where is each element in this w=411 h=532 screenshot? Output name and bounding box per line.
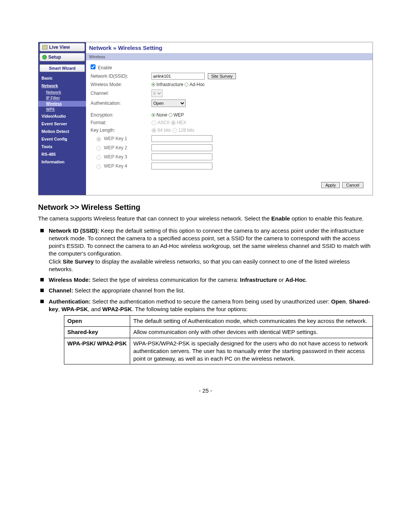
auth-select[interactable]: Open [151, 99, 186, 107]
wep1-input[interactable] [151, 135, 212, 142]
wep1-radio[interactable] [96, 137, 101, 142]
config-screenshot: Live View Setup Smart Wizard Basic Netwo… [38, 42, 373, 195]
doc-list: Network ID (SSID): Keep the default sett… [38, 227, 373, 365]
nav-motiondetect[interactable]: Motion Detect [38, 128, 86, 135]
apply-button[interactable]: Apply [321, 182, 340, 188]
format-label: Format: [91, 120, 151, 125]
enable-checkbox[interactable] [91, 64, 96, 69]
nav-network[interactable]: Network [38, 82, 86, 89]
keylen-64-radio[interactable] [151, 128, 156, 133]
live-view-button[interactable]: Live View [40, 43, 85, 51]
wep3-radio[interactable] [96, 155, 101, 160]
channel-select[interactable]: 6 [151, 89, 162, 97]
wep2-radio[interactable] [96, 146, 101, 151]
mode-infra-radio[interactable] [151, 83, 155, 86]
mode-adhoc-radio[interactable] [185, 83, 188, 86]
smart-wizard-button[interactable]: Smart Wizard [40, 64, 85, 72]
nav-eventserver[interactable]: Event Server [38, 120, 86, 128]
doc-heading: Network >> Wireless Setting [38, 203, 373, 212]
wep4-input[interactable] [151, 163, 212, 169]
nav-sub-network[interactable]: Network [38, 89, 86, 95]
wireless-form: Enable Network ID(SSID): Site Survey Wir… [86, 60, 373, 195]
nav-list: Basic Network Network IP Filter Wireless… [38, 72, 86, 170]
nav-rs485[interactable]: RS-485 [38, 150, 86, 158]
site-survey-button[interactable]: Site Survey [208, 73, 236, 79]
page-number: - 25 - [38, 387, 373, 394]
li-ssid: Network ID (SSID): Keep the default sett… [38, 227, 373, 273]
breadcrumb: Network » Wireless Setting [86, 42, 373, 53]
mode-adhoc-text: Ad-Hoc [190, 82, 205, 87]
nav-information[interactable]: Information [38, 158, 86, 166]
enc-none-radio[interactable] [151, 113, 155, 117]
nav-basic[interactable]: Basic [38, 74, 86, 82]
keylen-128-radio[interactable] [172, 128, 177, 133]
nav-sub-wireless[interactable]: Wireless [38, 101, 86, 107]
sidebar: Live View Setup Smart Wizard Basic Netwo… [38, 42, 86, 195]
camera-icon [42, 45, 48, 50]
enc-wep-radio[interactable] [169, 113, 172, 117]
li-auth: Authentication: Select the authenticatio… [38, 298, 373, 365]
ssid-label: Network ID(SSID): [91, 73, 151, 79]
wep4-radio[interactable] [96, 164, 101, 169]
ssid-input[interactable] [151, 73, 205, 80]
keylen-label: Key Length: [91, 128, 151, 133]
nav-eventconfig[interactable]: Event Config [38, 135, 86, 143]
enc-label: Encryption: [91, 112, 151, 118]
wep3-input[interactable] [151, 153, 212, 160]
play-icon [42, 55, 47, 59]
auth-label: Authentication: [91, 101, 151, 106]
li-mode: Wireless Mode: Select the type of wirele… [38, 276, 373, 284]
nav-tools[interactable]: Tools [38, 143, 86, 150]
live-view-label: Live View [49, 45, 70, 50]
li-channel: Channel: Select the appropriate channel … [38, 287, 373, 294]
nav-sub-ipfilter[interactable]: IP Filter [38, 95, 86, 101]
section-bar: Wireless [86, 53, 373, 60]
mode-label: Wireless Mode: [91, 82, 151, 87]
nav-sub-wps[interactable]: WPS [38, 107, 86, 112]
format-hex-radio[interactable] [171, 120, 176, 125]
format-ascii-radio[interactable] [151, 120, 156, 125]
doc-intro: The camera supports Wireless feature tha… [38, 215, 373, 222]
channel-label: Channel: [91, 91, 151, 96]
mode-infra-text: Infrastructure [156, 82, 183, 87]
wep2-input[interactable] [151, 144, 212, 151]
cancel-button[interactable]: Cancel [342, 182, 363, 188]
setup-button[interactable]: Setup [40, 53, 85, 61]
content-pane: Network » Wireless Setting Wireless Enab… [86, 42, 373, 195]
setup-label: Setup [48, 54, 61, 60]
enable-label: Enable [98, 65, 112, 70]
auth-table: Open The default setting of Authenticati… [64, 315, 373, 364]
nav-videoaudio[interactable]: Video/Audio [38, 112, 86, 120]
